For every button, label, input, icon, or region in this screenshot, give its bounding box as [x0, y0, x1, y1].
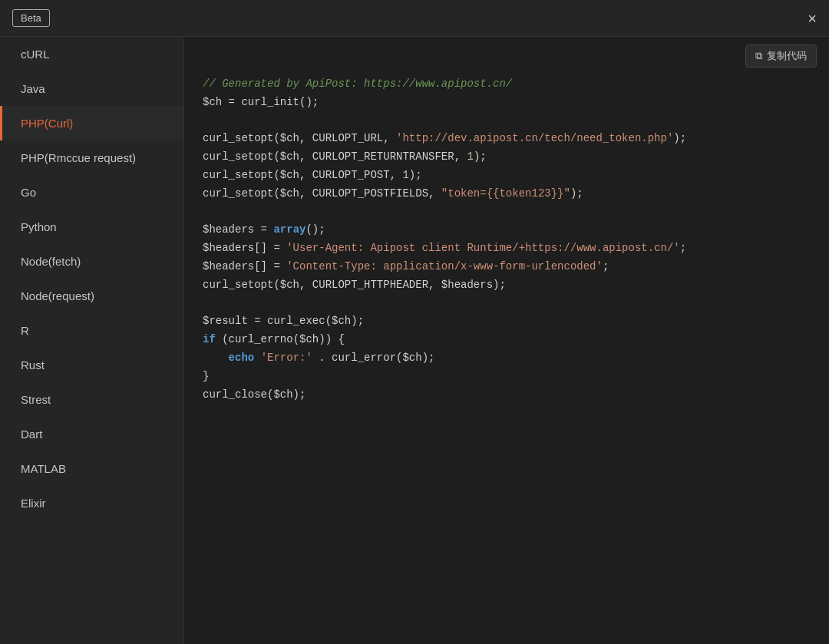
code-line-2: curl_setopt($ch, CURLOPT_URL, 'http://de…: [203, 130, 811, 148]
beta-badge: Beta: [12, 9, 50, 27]
code-blank-1: [203, 112, 811, 130]
copy-code-button[interactable]: ⧉ 复制代码: [745, 45, 817, 68]
sidebar-item-dart[interactable]: Dart: [0, 417, 183, 451]
sidebar-item-curl[interactable]: cURL: [0, 37, 183, 71]
code-line-1: $ch = curl_init();: [203, 94, 811, 112]
sidebar-item-matlab[interactable]: MATLAB: [0, 451, 183, 486]
sidebar-item-rust[interactable]: Rust: [0, 348, 183, 382]
close-button[interactable]: ×: [808, 11, 817, 26]
code-line-10: $result = curl_exec($ch);: [203, 312, 811, 331]
copy-icon: ⧉: [755, 50, 762, 62]
code-line-3: curl_setopt($ch, CURLOPT_RETURNTRANSFER,…: [203, 148, 811, 167]
titlebar: Beta ×: [0, 0, 829, 37]
sidebar-item-node-request[interactable]: Node(request): [0, 279, 183, 313]
code-container[interactable]: // Generated by ApiPost: https://www.api…: [184, 75, 829, 644]
sidebar-item-go[interactable]: Go: [0, 175, 183, 210]
code-line-14: curl_close($ch);: [203, 386, 811, 405]
code-header: ⧉ 复制代码: [184, 37, 829, 75]
code-line-9: curl_setopt($ch, CURLOPT_HTTPHEADER, $he…: [203, 276, 811, 295]
main-container: cURLJavaPHP(Curl)PHP(Rmccue request)GoPy…: [0, 37, 829, 644]
sidebar-item-elixir[interactable]: Elixir: [0, 486, 183, 520]
sidebar-item-r[interactable]: R: [0, 313, 183, 348]
sidebar-item-java[interactable]: Java: [0, 71, 183, 106]
code-line-13: }: [203, 368, 811, 386]
code-line-4: curl_setopt($ch, CURLOPT_POST, 1);: [203, 167, 811, 185]
sidebar: cURLJavaPHP(Curl)PHP(Rmccue request)GoPy…: [0, 37, 184, 644]
code-comment-line: // Generated by ApiPost: https://www.api…: [203, 75, 811, 94]
sidebar-item-node-fetch[interactable]: Node(fetch): [0, 244, 183, 279]
content-area: ⧉ 复制代码 // Generated by ApiPost: https://…: [184, 37, 829, 644]
code-line-11: if (curl_errno($ch)) {: [203, 331, 811, 349]
sidebar-item-php-curl[interactable]: PHP(Curl): [0, 106, 183, 140]
code-line-5: curl_setopt($ch, CURLOPT_POSTFIELDS, "to…: [203, 185, 811, 203]
code-line-8: $headers[] = 'Content-Type: application/…: [203, 258, 811, 276]
code-line-12: echo 'Error:' . curl_error($ch);: [203, 349, 811, 368]
code-blank-2: [203, 203, 811, 222]
copy-label: 复制代码: [767, 49, 807, 63]
sidebar-item-python[interactable]: Python: [0, 210, 183, 244]
sidebar-item-strest[interactable]: Strest: [0, 382, 183, 417]
sidebar-item-php-rmccue[interactable]: PHP(Rmccue request): [0, 140, 183, 175]
code-line-6: $headers = array();: [203, 221, 811, 239]
code-line-7: $headers[] = 'User-Agent: Apipost client…: [203, 239, 811, 258]
code-blank-3: [203, 295, 811, 313]
